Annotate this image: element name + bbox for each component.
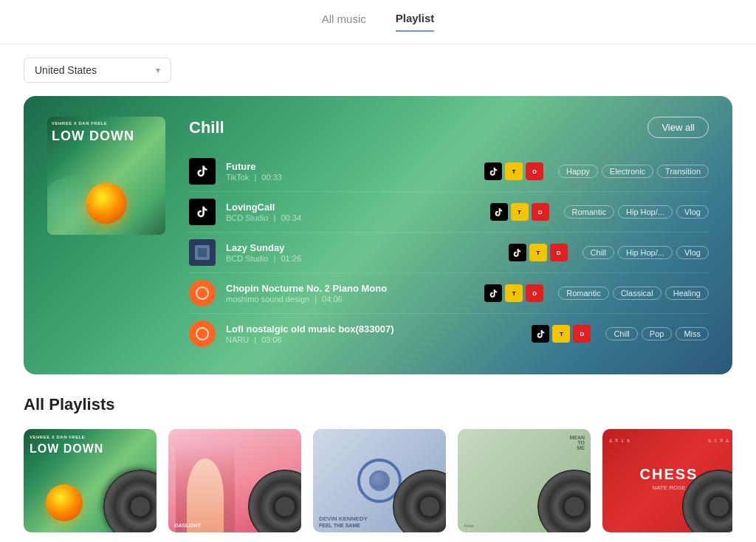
region-label: United States	[35, 64, 97, 76]
cover-artist-text: VEHREE X DAN FRELE	[52, 121, 161, 126]
track-meta: TikTok | 00:33	[226, 173, 474, 182]
vinyl-disc	[537, 470, 591, 532]
tiktok-platform-icon[interactable]	[484, 284, 502, 302]
playlist-card-cover: CHESS NATE ROSE ♟ ♜ ♝ ♞ ♞ ♝ ♜ ♟	[602, 429, 732, 532]
track-name: Lofi nostalgic old music box(833007)	[226, 323, 521, 335]
track-name: Future	[226, 161, 474, 172]
tiktok-icon	[196, 165, 209, 178]
banner-right: Chill View all Future TikTok | 00:33 T	[189, 117, 709, 354]
tiktok-icon	[196, 205, 209, 219]
tag[interactable]: Pop	[642, 327, 673, 340]
track-thumb	[189, 320, 216, 347]
chevron-down-icon: ▾	[156, 65, 160, 75]
tunecore-platform-icon[interactable]: T	[505, 162, 523, 180]
distrokid-platform-icon[interactable]: D	[526, 284, 543, 302]
track-meta: BCD Studio | 01:26	[226, 254, 498, 263]
tag[interactable]: Hip Hop/...	[618, 205, 673, 219]
distrokid-platform-icon[interactable]: D	[550, 244, 568, 261]
track-meta: BCD Studio | 00:34	[226, 213, 480, 222]
list-item[interactable]: VEHREE X DAN FRELE LOW DOWN	[24, 429, 157, 532]
track-tags: Romantic Hip Hop/... Vlog	[564, 205, 709, 219]
tag[interactable]: Hip Hop/...	[618, 246, 673, 259]
tunecore-platform-icon[interactable]: T	[511, 203, 529, 221]
tiktok-platform-icon[interactable]	[484, 162, 502, 180]
platform-icons: T D	[490, 203, 549, 221]
track-info: LovingCall BCD Studio | 00:34	[226, 202, 480, 222]
platform-icons: T D	[509, 244, 568, 261]
playlist-card-cover: FEEL THE SAME DEVIN KENNEDY	[313, 429, 446, 532]
playlist-card-cover: MEANTOME Artist	[458, 429, 591, 532]
tag[interactable]: Transition	[657, 165, 709, 178]
tag[interactable]: Romantic	[558, 287, 608, 300]
tag[interactable]: Vlog	[676, 246, 709, 259]
tab-all-music[interactable]: All music	[322, 13, 366, 31]
tiktok-platform-icon[interactable]	[532, 325, 549, 343]
tag[interactable]: Miss	[676, 327, 709, 340]
track-thumb	[189, 280, 216, 306]
track-thumb	[189, 158, 216, 185]
all-playlists-title: All Playlists	[24, 395, 732, 414]
list-item[interactable]: FEEL THE SAME DEVIN KENNEDY	[313, 429, 446, 532]
region-bar: United States ▾	[0, 44, 756, 96]
tiktok-platform-icon[interactable]	[490, 203, 508, 221]
list-item[interactable]: MEANTOME Artist	[458, 429, 591, 532]
track-info: Lofi nostalgic old music box(833007) NAR…	[226, 323, 521, 344]
tunecore-platform-icon[interactable]: T	[529, 244, 547, 261]
region-selector[interactable]: United States ▾	[24, 58, 171, 83]
tunecore-platform-icon[interactable]: T	[505, 284, 523, 302]
tag[interactable]: Electronic	[602, 165, 653, 178]
tag[interactable]: Happy	[558, 165, 598, 178]
view-all-button[interactable]: View all	[647, 117, 709, 138]
track-tags: Chill Hip Hop/... Vlog	[583, 246, 709, 259]
table-row: Future TikTok | 00:33 T D Happy Electron…	[189, 151, 709, 192]
track-info: Chopin Nocturne No. 2 Piano Mono moshimo…	[226, 283, 474, 303]
featured-banner: VEHREE X DAN FRELE LOW DOWN Chill View a…	[24, 96, 732, 374]
track-tags: Chill Pop Miss	[605, 327, 709, 340]
track-meta: moshimo sound design | 04:06	[226, 295, 474, 303]
track-list: Future TikTok | 00:33 T D Happy Electron…	[189, 151, 709, 354]
platform-icons: T D	[484, 162, 543, 180]
banner-cover: VEHREE X DAN FRELE LOW DOWN	[47, 117, 165, 235]
track-name: Chopin Nocturne No. 2 Piano Mono	[226, 283, 474, 294]
tag[interactable]: Chill	[583, 246, 614, 259]
tag[interactable]: Romantic	[564, 205, 614, 219]
distrokid-platform-icon[interactable]: D	[573, 325, 591, 343]
track-tags: Romantic Classical Healing	[558, 287, 709, 300]
vinyl-disc	[103, 470, 157, 532]
vinyl-disc	[248, 470, 301, 532]
banner-header-row: Chill View all	[189, 117, 709, 138]
tag[interactable]: Vlog	[676, 205, 709, 219]
list-item[interactable]: CHESS NATE ROSE ♟ ♜ ♝ ♞ ♞ ♝ ♜ ♟	[602, 429, 732, 532]
track-meta: NARU | 03:06	[226, 335, 521, 344]
track-thumb	[189, 239, 216, 266]
track-name: Lazy Sunday	[226, 242, 498, 253]
track-thumb	[189, 199, 216, 225]
track-tags: Happy Electronic Transition	[558, 165, 709, 178]
table-row: Chopin Nocturne No. 2 Piano Mono moshimo…	[189, 273, 709, 314]
playlist-card-cover: GASLIGHT	[168, 429, 301, 532]
playlist-grid: VEHREE X DAN FRELE LOW DOWN GASLIGHT	[24, 429, 732, 532]
platform-icons: T D	[484, 284, 543, 302]
cover-title-text: LOW DOWN	[52, 128, 161, 144]
distrokid-platform-icon[interactable]: D	[526, 162, 543, 180]
playlist-card-cover: VEHREE X DAN FRELE LOW DOWN	[24, 429, 157, 532]
featured-title: Chill	[189, 118, 224, 137]
table-row: LovingCall BCD Studio | 00:34 T D Romant…	[189, 192, 709, 233]
list-item[interactable]: GASLIGHT	[168, 429, 301, 532]
tag[interactable]: Chill	[605, 327, 637, 340]
tag[interactable]: Healing	[665, 287, 709, 300]
track-info: Lazy Sunday BCD Studio | 01:26	[226, 242, 498, 263]
tiktok-platform-icon[interactable]	[509, 244, 526, 261]
track-name: LovingCall	[226, 202, 480, 213]
distrokid-platform-icon[interactable]: D	[532, 203, 549, 221]
track-info: Future TikTok | 00:33	[226, 161, 474, 182]
all-playlists-section: All Playlists VEHREE X DAN FRELE LOW DOW…	[0, 374, 756, 542]
tag[interactable]: Classical	[613, 287, 662, 300]
tunecore-platform-icon[interactable]: T	[552, 325, 570, 343]
platform-icons: T D	[532, 325, 591, 343]
table-row: Lofi nostalgic old music box(833007) NAR…	[189, 314, 709, 354]
tab-playlist[interactable]: Playlist	[396, 12, 435, 32]
header-tabs: All music Playlist	[0, 0, 756, 44]
table-row: Lazy Sunday BCD Studio | 01:26 T D Chill…	[189, 233, 709, 273]
